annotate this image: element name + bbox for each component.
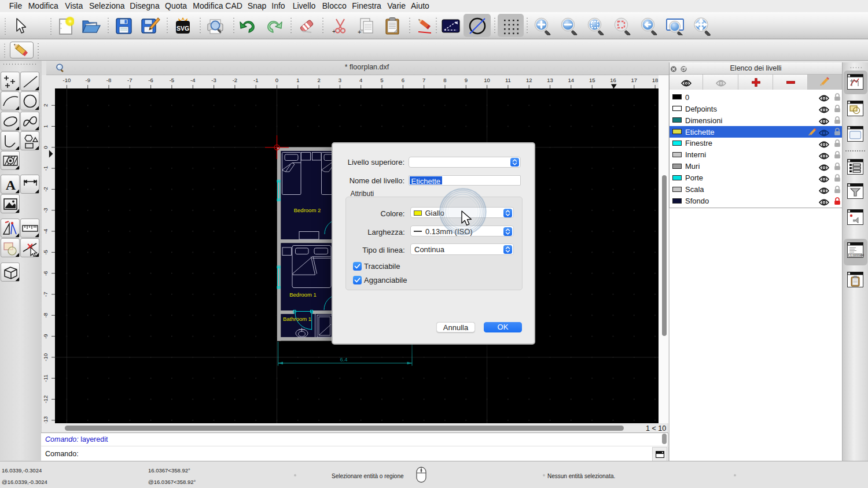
svg-text:3: 3	[339, 77, 341, 83]
svg-text:-5: -5	[170, 77, 174, 83]
svg-text:Bedroom 1: Bedroom 1	[289, 291, 316, 298]
svg-text:-8: -8	[42, 313, 49, 317]
svg-text:18: 18	[652, 77, 659, 83]
svg-text:-12: -12	[42, 395, 49, 404]
svg-text:Bathroom 1: Bathroom 1	[283, 316, 311, 322]
svg-text:10: 10	[484, 77, 490, 83]
svg-text:-1: -1	[42, 166, 49, 171]
svg-text:-4: -4	[42, 229, 49, 234]
svg-text:+: +	[358, 28, 361, 35]
svg-text:-10: -10	[63, 77, 71, 83]
svg-text:6: 6	[402, 77, 404, 83]
svg-text:2: 2	[42, 104, 49, 107]
svg-text:Bedroom 2: Bedroom 2	[294, 207, 321, 213]
svg-text:-3: -3	[211, 77, 216, 83]
svg-text:1: 1	[296, 77, 299, 83]
svg-text:15: 15	[589, 77, 595, 83]
svg-text:-8: -8	[106, 77, 111, 83]
svg-text:5: 5	[380, 77, 383, 83]
svg-text:6.4: 6.4	[340, 356, 347, 363]
svg-text:13: 13	[547, 77, 553, 83]
svg-text:-2: -2	[42, 187, 49, 191]
svg-text:-9: -9	[42, 334, 49, 338]
svg-text:-6: -6	[42, 271, 49, 275]
svg-text:-1: -1	[253, 77, 258, 83]
svg-text:2: 2	[317, 77, 320, 83]
svg-text:-7: -7	[127, 77, 132, 83]
svg-text:-9: -9	[85, 77, 90, 83]
svg-text:16: 16	[610, 77, 616, 83]
svg-text:11: 11	[505, 77, 511, 83]
svg-text:SVG: SVG	[176, 25, 189, 32]
svg-text:-2: -2	[233, 77, 237, 83]
svg-text:9: 9	[465, 77, 468, 83]
svg-text:0: 0	[275, 77, 278, 83]
svg-text:-3: -3	[42, 208, 49, 212]
svg-text:1: 1	[42, 125, 49, 128]
svg-text:12: 12	[526, 77, 532, 83]
svg-text:-4: -4	[190, 77, 195, 83]
svg-text:A: A	[6, 178, 16, 193]
svg-text:C command: C command	[850, 254, 864, 257]
svg-text:0: 0	[42, 146, 49, 149]
svg-text:14: 14	[568, 77, 575, 83]
svg-text:-6: -6	[148, 77, 153, 83]
svg-text:-5: -5	[42, 250, 49, 254]
svg-text:4: 4	[359, 77, 362, 83]
svg-text:8: 8	[443, 77, 446, 83]
svg-text:-11: -11	[42, 375, 49, 382]
svg-text:-10: -10	[42, 353, 49, 361]
svg-text:-7: -7	[42, 292, 49, 297]
svg-text:17: 17	[631, 77, 638, 83]
svg-text:7: 7	[422, 77, 425, 83]
